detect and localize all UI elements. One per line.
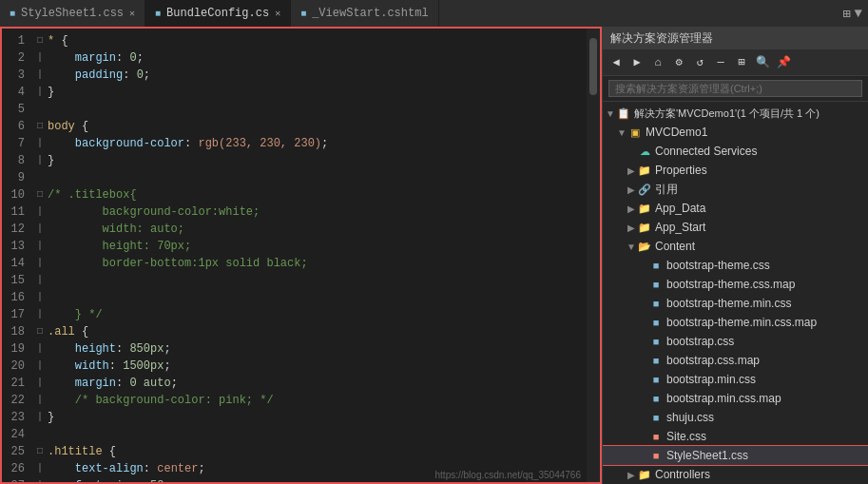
tree-file-icon: ■ [648, 448, 664, 463]
tree-solution[interactable]: ▼ 📋 解决方案'MVCDemo1'(1 个项目/共 1 个) [603, 104, 868, 123]
tree-item[interactable]: ■bootstrap-theme.css.map [603, 275, 868, 294]
tree-item-label: StyleSheet1.css [666, 449, 748, 462]
toolbar-pin[interactable]: 📌 [774, 53, 793, 72]
toolbar-collapse[interactable]: — [711, 53, 730, 72]
code-line: | background-color:white; [32, 203, 587, 221]
tab-label-viewstart: _ViewStart.cshtml [312, 7, 428, 20]
tree-item-label: bootstrap.css [666, 335, 734, 348]
main-area: 1234567891011121314151617181920212223242… [0, 27, 868, 484]
panel-title-bar: 解决方案资源管理器 [603, 27, 868, 49]
code-line: | height: 70px; [32, 238, 587, 255]
tree-item-label: shuju.css [666, 411, 714, 424]
code-line [32, 426, 587, 443]
code-line: □.h1title { [32, 443, 587, 460]
scrollbar[interactable] [587, 29, 600, 482]
tree-file-icon: 📂 [637, 239, 652, 254]
watermark: https://blog.csdn.net/qq_35044766 [435, 470, 581, 480]
tree-item-label: bootstrap-theme.min.css.map [666, 316, 817, 329]
toolbar-filter[interactable]: 🔍 [753, 53, 772, 72]
editor-section: 1234567891011121314151617181920212223242… [0, 27, 602, 484]
code-line: | margin: 0; [32, 49, 587, 67]
split-icon[interactable]: ⊞ [842, 6, 850, 22]
tree-expand-icon: ▶ [626, 184, 637, 195]
tree-file-icon: ■ [648, 277, 664, 292]
expand-project: ▼ [616, 127, 627, 138]
dropdown-icon[interactable]: ▼ [855, 6, 862, 21]
tree-item[interactable]: ☁Connected Services [603, 142, 868, 161]
toolbar-show-all[interactable]: ⊞ [732, 53, 751, 72]
code-line: □.all { [32, 323, 587, 340]
tree-item-label: Properties [655, 164, 707, 177]
code-line: | } */ [32, 306, 587, 323]
tree-expand-icon: ▶ [626, 203, 637, 214]
tree-item-label: bootstrap.css.map [666, 354, 760, 367]
tree-item[interactable]: ■bootstrap.min.css [603, 370, 868, 389]
scrollbar-thumb[interactable] [589, 38, 597, 95]
solution-panel: 解决方案资源管理器 ◀ ▶ ⌂ ⚙ ↺ — ⊞ 🔍 📌 ▼ 📋 解决方案'MVC… [602, 27, 868, 484]
tree-item[interactable]: ▶📁App_Start [603, 218, 868, 237]
project-label: MVCDemo1 [646, 126, 707, 139]
code-line: | margin: 0 auto; [32, 375, 587, 392]
toolbar-back[interactable]: ◀ [607, 53, 626, 72]
code-line: □/* .titlebox{ [32, 186, 587, 203]
tree-expand-icon: ▶ [626, 223, 637, 233]
tree-expand-icon: ▼ [626, 242, 637, 252]
tree-file-icon: 📁 [637, 163, 652, 178]
expand-solution: ▼ [605, 108, 616, 119]
tree-item[interactable]: ■bootstrap.css.map [603, 351, 868, 370]
code-line: | height: 850px; [32, 340, 587, 358]
tree-item[interactable]: ■bootstrap.min.css.map [603, 389, 868, 408]
tree-item-label: App_Start [655, 221, 705, 234]
tree-item-label: Controllers [655, 468, 710, 481]
close-tab-stylesheet[interactable]: ✕ [129, 8, 135, 19]
tree-expand-icon: ▶ [626, 165, 637, 176]
code-line: | width: auto; [32, 221, 587, 238]
tab-bundleconfig[interactable]: ■ BundleConfig.cs ✕ [145, 0, 291, 27]
search-input[interactable] [608, 80, 862, 97]
tab-viewstart[interactable]: ■ _ViewStart.cshtml [291, 0, 438, 27]
tab-bar: ■ StyleSheet1.css ✕ ■ BundleConfig.cs ✕ … [0, 0, 868, 27]
editor-content[interactable]: □* {| margin: 0;| padding: 0;|} □body {|… [32, 29, 587, 482]
tree-file-icon: ■ [648, 353, 664, 368]
tree-item-label: App_Data [655, 202, 705, 215]
tree-file-icon: 📁 [637, 220, 652, 235]
code-line: | /* background-color: pink; */ [32, 392, 587, 409]
tree-item[interactable]: ■shuju.css [603, 408, 868, 427]
tree-project[interactable]: ▼ ▣ MVCDemo1 [603, 123, 868, 142]
code-line [32, 101, 587, 118]
toolbar-refresh[interactable]: ↺ [690, 53, 709, 72]
toolbar-home[interactable]: ⌂ [648, 53, 667, 72]
tree-item-label: bootstrap-theme.css [666, 259, 770, 272]
tree-item[interactable]: ▼📂Content [603, 237, 868, 256]
tree-file-icon: 📁 [637, 201, 652, 216]
tree-item-label: Site.css [666, 430, 706, 443]
tree-item[interactable]: ■Site.css [603, 427, 868, 446]
close-tab-bundleconfig[interactable]: ✕ [275, 8, 280, 19]
solution-icon: 📋 [616, 106, 631, 121]
toolbar-forward[interactable]: ▶ [627, 53, 646, 72]
toolbar-settings[interactable]: ⚙ [669, 53, 688, 72]
tree-item-label: bootstrap-theme.css.map [666, 278, 795, 291]
tab-toolbar: ⊞ ▼ [837, 6, 868, 22]
tree-file-icon: 🔗 [637, 182, 652, 197]
tree-item[interactable]: ■bootstrap-theme.min.css [603, 294, 868, 313]
tree-item[interactable]: ■bootstrap-theme.css [603, 256, 868, 275]
tree-expand-icon: ▶ [626, 470, 637, 480]
tree-file-icon: ■ [648, 372, 664, 387]
tree-item[interactable]: ■bootstrap.css [603, 332, 868, 351]
solution-label: 解决方案'MVCDemo1'(1 个项目/共 1 个) [634, 106, 820, 121]
tree-file-icon: 📁 [637, 467, 652, 482]
tree-item[interactable]: ▶📁Properties [603, 161, 868, 180]
tree-item[interactable]: ▶🔗引用 [603, 180, 868, 199]
tree-file-icon: ☁ [637, 144, 652, 159]
tree-file-icon: ■ [648, 296, 664, 311]
tree-item[interactable]: ▶📁Controllers [603, 465, 868, 484]
tree-item-label: Connected Services [655, 145, 757, 158]
code-line: | background-color: rgb(233, 230, 230); [32, 135, 587, 152]
tree-item[interactable]: ■bootstrap-theme.min.css.map [603, 313, 868, 332]
tab-stylesheet[interactable]: ■ StyleSheet1.css ✕ [0, 0, 145, 27]
code-line: |} [32, 84, 587, 101]
tree-item[interactable]: ▶📁App_Data [603, 199, 868, 218]
tree-item[interactable]: ■StyleSheet1.css [603, 446, 868, 465]
project-icon: ▣ [627, 125, 643, 140]
